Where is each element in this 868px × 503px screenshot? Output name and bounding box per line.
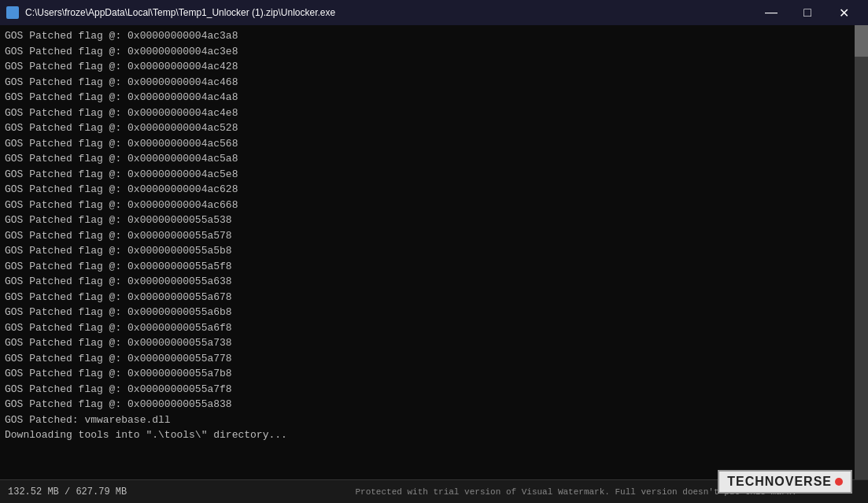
scrollbar[interactable] xyxy=(855,25,868,479)
console-area: GOS Patched flag @: 0x00000000004ac3a8 G… xyxy=(0,25,868,479)
status-bar: 132.52 MB / 627.79 MB Protected with tri… xyxy=(0,479,868,503)
window-controls: — □ ✕ xyxy=(753,0,862,25)
technoverse-badge: TECHNOVERSE xyxy=(718,470,852,494)
scrollbar-thumb[interactable] xyxy=(855,25,868,57)
window-title: C:\Users\froze\AppData\Local\Temp\Temp1_… xyxy=(25,7,753,18)
close-button[interactable]: ✕ xyxy=(826,0,862,25)
title-bar: C:\Users\froze\AppData\Local\Temp\Temp1_… xyxy=(0,0,868,25)
technoverse-label: TECHNOVERSE xyxy=(727,475,832,489)
technoverse-dot xyxy=(835,478,843,486)
console-output: GOS Patched flag @: 0x00000000004ac3a8 G… xyxy=(0,28,868,443)
watermark-area: Protected with trial version of Visual W… xyxy=(292,487,860,497)
app-icon xyxy=(6,6,19,19)
maximize-button[interactable]: □ xyxy=(789,0,826,25)
status-progress: 132.52 MB / 627.79 MB xyxy=(8,486,292,497)
minimize-button[interactable]: — xyxy=(753,0,789,25)
